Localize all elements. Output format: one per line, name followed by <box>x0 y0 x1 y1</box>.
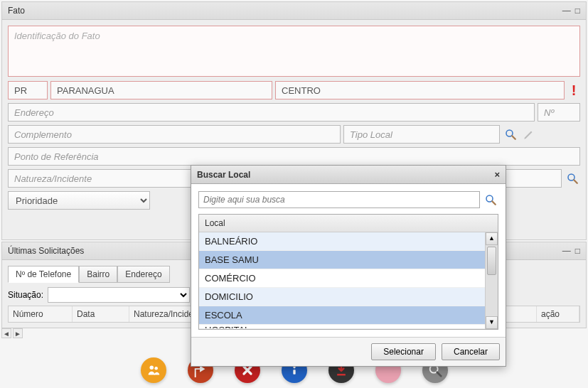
edit-icon[interactable] <box>521 126 537 142</box>
tab-bairro[interactable]: Bairro <box>79 266 117 283</box>
search-tipo-local-icon[interactable] <box>503 126 518 142</box>
scroll-right-icon[interactable]: ► <box>13 328 23 338</box>
svg-line-5 <box>492 201 496 205</box>
list-item[interactable]: DOMICILIO <box>199 288 498 306</box>
tipo-local-input[interactable]: Tipo Local <box>343 125 500 144</box>
city-field[interactable]: PARANAGUA <box>50 81 272 99</box>
referencia-input[interactable]: Ponto de Referência <box>8 147 580 166</box>
ultimas-title: Últimas Solicitações <box>8 246 84 256</box>
prioridade-select[interactable]: Prioridade <box>8 191 150 210</box>
local-list: Local BALNEÁRIO BASE SAMU COMÉRCIO DOMIC… <box>198 214 498 330</box>
tab-telefone[interactable]: Nº de Telefone <box>8 266 79 283</box>
cancelar-button[interactable]: Cancelar <box>442 343 500 360</box>
scroll-arrows: ◄ ► <box>1 328 23 338</box>
scroll-left-icon[interactable]: ◄ <box>1 328 11 338</box>
maximize-icon[interactable]: □ <box>575 6 580 16</box>
list-item[interactable]: COMÉRCIO <box>199 269 498 288</box>
col-data: Data <box>73 306 129 322</box>
selecionar-button[interactable]: Selecionar <box>371 343 436 360</box>
complemento-input[interactable]: Complemento <box>8 125 341 144</box>
minimize-icon[interactable]: — <box>562 6 571 16</box>
district-field[interactable]: CENTRO <box>275 81 565 99</box>
fato-header: Fato — □ <box>2 2 586 20</box>
svg-point-7 <box>154 367 158 370</box>
identificacao-input[interactable]: Identificação do Fato <box>8 26 580 77</box>
situacao-select[interactable] <box>48 287 190 303</box>
situacao-label: Situação: <box>8 290 43 300</box>
list-body: BALNEÁRIO BASE SAMU COMÉRCIO DOMICILIO E… <box>199 232 498 329</box>
numero-input[interactable]: Nº <box>538 103 580 122</box>
minimize-icon-2[interactable]: — <box>562 246 571 256</box>
list-header: Local <box>199 215 498 232</box>
search-icon[interactable] <box>483 192 498 208</box>
maximize-icon-2[interactable]: □ <box>575 246 580 256</box>
svg-line-3 <box>574 180 577 183</box>
svg-rect-9 <box>293 370 295 374</box>
alert-icon: ! <box>567 82 580 99</box>
scrollbar[interactable]: ▲ ▼ <box>485 232 498 329</box>
list-item[interactable]: BALNEÁRIO <box>199 232 498 251</box>
list-item[interactable]: BASE SAMU <box>199 251 498 269</box>
col-acao: ação <box>537 306 579 322</box>
endereco-input[interactable]: Endereço <box>8 103 535 122</box>
list-item[interactable]: ESCOLA <box>199 306 498 325</box>
search-natureza-icon[interactable] <box>565 171 580 186</box>
search-input[interactable] <box>198 191 480 208</box>
modal-title: Buscar Local <box>197 170 250 180</box>
buscar-local-dialog: Buscar Local × Local BALNEÁRIO BASE SAMU… <box>191 165 506 367</box>
uf-field[interactable]: PR <box>8 81 48 99</box>
scroll-up-icon[interactable]: ▲ <box>486 232 498 245</box>
scroll-down-icon[interactable]: ▼ <box>486 316 498 329</box>
tab-endereco[interactable]: Endereço <box>117 266 169 283</box>
svg-point-6 <box>149 366 154 370</box>
col-numero: Número <box>9 306 73 322</box>
scroll-thumb[interactable] <box>487 247 496 275</box>
svg-line-1 <box>512 136 515 139</box>
fato-title: Fato <box>8 6 25 16</box>
svg-line-12 <box>437 372 441 377</box>
list-item[interactable]: HOSPITAL <box>199 325 498 329</box>
close-icon[interactable]: × <box>494 169 500 180</box>
people-icon[interactable] <box>141 357 166 383</box>
